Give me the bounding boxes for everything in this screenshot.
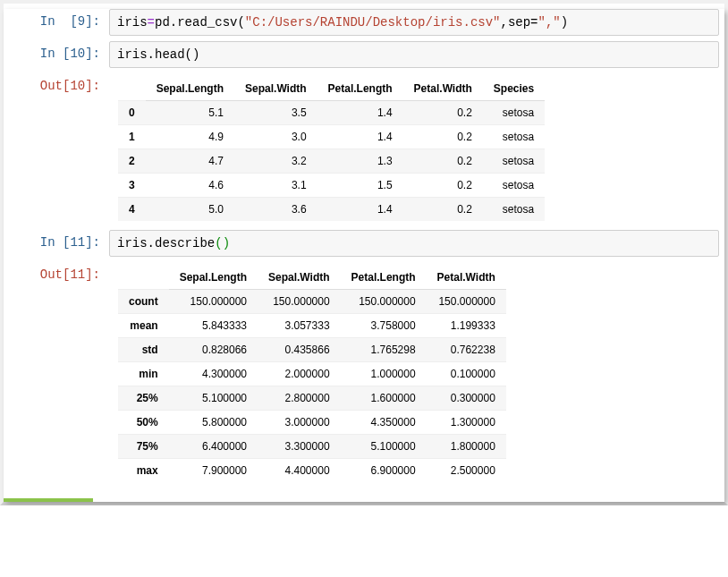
prompt-out-11: Out[11]: [4,262,109,287]
row-index: std [118,338,169,362]
table-cell: 1.4 [317,101,403,125]
table-cell: 3.1 [234,174,317,198]
table-cell: 4.6 [146,174,234,198]
code-token: ,sep= [501,15,538,30]
cell-out-10: Out[10]: Sepal.LengthSepal.WidthPetal.Le… [4,73,724,225]
input-area-11[interactable]: iris.describe() [109,230,719,257]
input-area-9[interactable]: iris=pd.read_csv("C:/Users/RAINDU/Deskto… [109,9,719,36]
table-row: min4.3000002.0000001.0000000.100000 [118,362,506,386]
notebook-frame: In [9]: iris=pd.read_csv("C:/Users/RAIND… [0,0,728,505]
column-header: Petal.Length [317,77,403,101]
column-header: Petal.Width [403,77,483,101]
table-cell: 0.435866 [258,338,341,362]
table-cell: setosa [483,125,545,149]
table-cell: 5.843333 [169,314,258,338]
row-index: max [118,459,169,483]
prompt-out-10: Out[10]: [4,73,109,98]
table-cell: 0.828066 [169,338,258,362]
row-index: 2 [118,149,146,174]
row-index: count [118,290,169,314]
row-index: mean [118,314,169,338]
row-index: 75% [118,435,169,459]
table-cell: setosa [483,198,545,222]
table-cell: 3.6 [234,198,317,222]
table-cell: 1.3 [317,149,403,174]
table-cell: 6.900000 [341,459,427,483]
cell-in-10: In [10]: iris.head() [4,41,724,68]
table-cell: 0.2 [403,174,483,198]
table-cell: 0.2 [403,149,483,174]
table-corner [118,266,169,290]
table-cell: 5.800000 [169,411,258,435]
table-cell: setosa [483,101,545,125]
column-header: Sepal.Length [169,266,258,290]
table-cell: 4.350000 [341,411,427,435]
column-header: Sepal.Width [234,77,317,101]
code-token: iris.describe [117,236,215,250]
table-cell: 150.000000 [341,290,427,314]
input-area-10[interactable]: iris.head() [109,41,719,68]
table-row: max7.9000004.4000006.9000002.500000 [118,459,506,483]
table-row: 05.13.51.40.2setosa [118,101,545,125]
column-header: Species [483,77,545,101]
table-row: 24.73.21.30.2setosa [118,149,545,174]
row-index: 3 [118,174,146,198]
cell-out-11: Out[11]: Sepal.LengthSepal.WidthPetal.Le… [4,262,724,486]
table-cell: 0.2 [403,125,483,149]
code-paren: ) [223,236,230,250]
table-cell: 0.300000 [427,386,506,411]
code-token: iris [117,15,148,30]
table-cell: 3.5 [234,101,317,125]
table-cell: 3.2 [234,149,317,174]
code-string: "C:/Users/RAINDU/Desktop/iris.csv" [245,15,501,30]
table-cell: 5.0 [146,198,234,222]
table-cell: 1.4 [317,198,403,222]
prompt-in-9: In [9]: [4,9,109,34]
row-index: 50% [118,411,169,435]
code-token: ) [561,15,568,30]
table-corner [118,77,146,101]
table-cell: 1.800000 [427,435,506,459]
table-row: 34.63.11.50.2setosa [118,174,545,198]
table-row: 14.93.01.40.2setosa [118,125,545,149]
table-row: 45.03.61.40.2setosa [118,198,545,222]
table-cell: 1.000000 [341,362,427,386]
table-cell: 2.800000 [258,386,341,411]
code-token: pd.read_csv( [155,15,245,30]
cell-in-9: In [9]: iris=pd.read_csv("C:/Users/RAIND… [4,9,724,36]
table-cell: 150.000000 [427,290,506,314]
table-cell: 150.000000 [258,290,341,314]
table-row: count150.000000150.000000150.000000150.0… [118,290,506,314]
table-cell: 3.057333 [258,314,341,338]
table-cell: 1.199333 [427,314,506,338]
row-index: min [118,362,169,386]
describe-table: Sepal.LengthSepal.WidthPetal.LengthPetal… [118,266,506,482]
table-cell: 150.000000 [169,290,258,314]
table-cell: 1.5 [317,174,403,198]
table-cell: 5.100000 [169,386,258,411]
column-header: Sepal.Width [258,266,341,290]
head-table: Sepal.LengthSepal.WidthPetal.LengthPetal… [118,77,545,221]
table-cell: 2.500000 [427,459,506,483]
column-header: Sepal.Length [146,77,234,101]
bottom-accent [4,498,93,502]
table-cell: 4.400000 [258,459,341,483]
row-index: 1 [118,125,146,149]
table-cell: 0.100000 [427,362,506,386]
table-cell: 1.300000 [427,411,506,435]
row-index: 25% [118,386,169,411]
table-cell: setosa [483,174,545,198]
table-cell: 2.000000 [258,362,341,386]
table-cell: 5.100000 [341,435,427,459]
code-string: "," [538,15,561,30]
prompt-in-10: In [10]: [4,41,109,66]
table-row: 75%6.4000003.3000005.1000001.800000 [118,435,506,459]
table-cell: 4.300000 [169,362,258,386]
table-cell: 1.600000 [341,386,427,411]
table-cell: 1.765298 [341,338,427,362]
table-cell: setosa [483,149,545,174]
column-header: Petal.Width [427,266,506,290]
output-area-11: Sepal.LengthSepal.WidthPetal.LengthPetal… [109,262,724,486]
row-index: 4 [118,198,146,222]
cell-in-11: In [11]: iris.describe() [4,230,724,257]
